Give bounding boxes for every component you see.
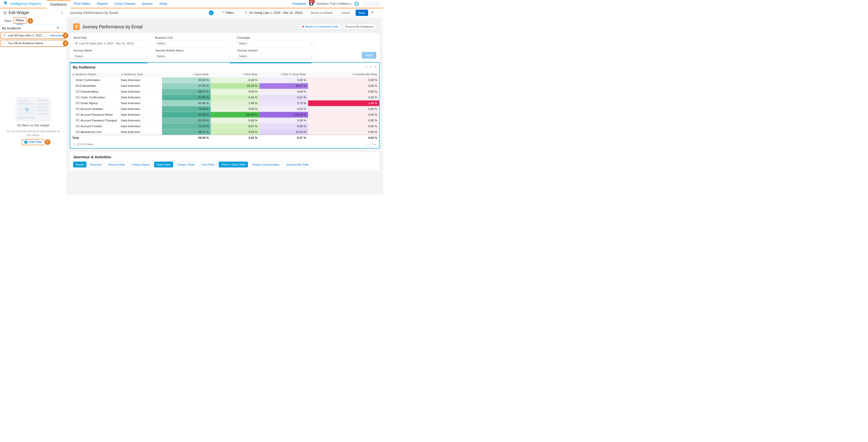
table-row[interactable]: CC Account Password ResetData Extension8… <box>70 112 379 118</box>
table-row[interactable]: CC Account CreatedData Extension73.33 %6… <box>70 123 379 129</box>
cancel-button[interactable]: Cancel <box>338 9 353 16</box>
user-menu-placeholder[interactable] <box>362 1 380 6</box>
table-row[interactable]: CC Abandoned CartData Extension66.67 %9.… <box>70 129 379 135</box>
tab-queries[interactable]: Queries <box>138 0 156 8</box>
apply-button[interactable]: Apply <box>362 52 376 58</box>
metric-pill[interactable]: Click to Open Rate <box>219 162 248 167</box>
table-row[interactable]: CC Order ConfirmationData Extension81.82… <box>70 95 379 100</box>
panel-title: Edit Widget <box>8 10 29 15</box>
table-row[interactable]: CC PasswordlessData Extension66.67 %0.00… <box>70 89 379 95</box>
tab-filters[interactable]: Filters <box>13 17 27 24</box>
table-row[interactable]: CC Account UpdatedData Extension75.00 %0… <box>70 106 379 112</box>
feedback-link[interactable]: Feedback <box>292 2 306 5</box>
db-icon: ▤ <box>72 73 74 76</box>
more-menu-icon[interactable]: ⋮ <box>377 11 379 15</box>
add-button[interactable]: + <box>209 10 214 15</box>
notifications-icon[interactable]: 99+ <box>309 1 314 7</box>
redo-icon[interactable]: ↷ <box>370 65 372 69</box>
top-nav: Intelligence Reports Dashboards Pivot Ta… <box>0 0 383 8</box>
user-avatar-icon[interactable] <box>354 1 359 6</box>
table-row[interactable]: CC Email SignupData Extension42.46 %2.46… <box>70 100 379 106</box>
undo-icon[interactable]: ↶ <box>365 65 368 69</box>
filters-button[interactable]: Filters <box>219 10 237 16</box>
chevron-down-icon: ⌄ <box>228 55 231 58</box>
select-campaign[interactable]: Select..⌄ <box>237 40 315 46</box>
callout-4: 4 <box>63 41 68 46</box>
metric-pill[interactable]: Click Rate <box>199 162 217 167</box>
select-journey-name[interactable]: Select..⌄ <box>73 53 151 59</box>
salesforce-logo-icon <box>2 1 8 6</box>
callout-2: 2 <box>45 139 51 145</box>
svg-point-7 <box>372 12 373 13</box>
label-journey-version: Journey Version <box>237 49 315 52</box>
db-icon: ▤ <box>121 73 123 76</box>
hash-icon: # <box>280 73 281 76</box>
metric-pill[interactable]: Sends <box>73 162 87 167</box>
tab-setup[interactable]: Setup <box>156 0 171 8</box>
edit-widget-panel: Edit Widget ✕ Data Filters 1 By Audience… <box>0 8 66 195</box>
chevron-down-icon: ⌄ <box>310 42 313 45</box>
main-toolbar: Journey Performance by Email + Filters 🗓… <box>66 8 383 17</box>
svg-rect-4 <box>5 12 6 12</box>
table-row[interactable]: ECS NewsletterData Extension47.59 %42.29… <box>70 83 379 89</box>
pagination-info: 1 - 12 of 12 items <box>73 143 93 146</box>
monitor-chip[interactable]: ✱Monitor in Command Center <box>299 24 341 29</box>
select-journey-activity[interactable]: Select..⌄ <box>155 53 232 59</box>
dashboard-header: Journey Performance by Email ✱Monitor in… <box>70 21 379 33</box>
hash-icon: # <box>352 73 353 76</box>
notification-badge: 99+ <box>309 0 315 3</box>
label-send-date: Send Date <box>73 36 151 39</box>
svg-rect-5 <box>5 13 6 14</box>
metric-pill[interactable]: Open Rate <box>154 162 173 167</box>
brand-title: Intelligence Reports <box>10 2 41 6</box>
org-switcher[interactable]: Northern Trail Outfitters▾ <box>317 2 351 6</box>
nav-tabs: Dashboards Pivot Tables Reports Cross-Ch… <box>47 0 171 8</box>
save-button[interactable]: Save <box>355 9 368 16</box>
section2-title: Journeys & Activities <box>73 155 376 159</box>
select-journey-version[interactable]: Select..⌄ <box>237 53 315 59</box>
tab-reports[interactable]: Reports <box>94 0 111 8</box>
filter-top-100[interactable]: ≡ Top 100 by Audience Name 4 <box>1 40 66 47</box>
more-icon[interactable]: ⋮ <box>61 26 64 30</box>
preview-icon[interactable] <box>371 11 374 14</box>
visibility-icon[interactable] <box>57 26 59 30</box>
empty-state-illustration <box>16 97 51 121</box>
tab-data[interactable]: Data <box>2 18 13 24</box>
tab-dashboards[interactable]: Dashboards <box>47 0 70 8</box>
chevron-down-icon: ⌄ <box>310 55 313 58</box>
revert-button[interactable]: Revert to Default <box>308 9 335 16</box>
date-range-picker[interactable]: 🗓 On Going (Jan 1, 2019 - Dec 31, 2022) <box>242 10 305 16</box>
metric-pill[interactable]: Bounce Rate <box>106 162 128 167</box>
table-row[interactable]: Order ConfirmationData Extension33.33 %0… <box>70 77 379 83</box>
metric-pill[interactable]: Unique Unsubscribes <box>249 162 282 167</box>
chevron-down-icon: ▾ <box>350 2 351 6</box>
hash-icon: # <box>242 73 243 76</box>
add-filter-button[interactable]: + Add Filter 2 <box>22 139 45 145</box>
label-business-unit: Business Unit <box>155 36 232 39</box>
plus-icon: + <box>24 140 27 144</box>
svg-point-2 <box>356 3 357 4</box>
table-row[interactable]: CC Account Password ChangedData Extensio… <box>70 118 379 123</box>
powered-by-chip[interactable]: Powered By Intelligence <box>343 24 376 29</box>
metric-pill[interactable]: Unique Clicks <box>175 162 197 167</box>
fit-columns-icon[interactable]: ↔ <box>366 142 371 147</box>
close-panel-icon[interactable]: ✕ <box>60 11 63 14</box>
expand-icon[interactable]: ⇥ <box>372 142 377 147</box>
metric-pill[interactable]: Bounces <box>88 162 104 167</box>
breadcrumb: Journey Performance by Email <box>70 11 118 15</box>
label-journey-activity: Journey Activity Name <box>155 49 232 52</box>
metric-pill[interactable]: Unique Opens <box>129 162 153 167</box>
callout-3: 3 <box>63 33 68 38</box>
tab-pivot-tables[interactable]: Pivot Tables <box>70 0 94 8</box>
input-send-date[interactable]: 🗓Last 30 Days (Dec 2, 2022 - Dec 31, 202… <box>73 40 151 46</box>
funnel-icon <box>221 11 224 14</box>
filter-icon[interactable] <box>374 65 377 69</box>
select-business-unit[interactable]: Select..⌄ <box>155 40 232 46</box>
filter-list-icon: ≡ <box>3 42 6 45</box>
filter-date-range[interactable]: 🗓 Last 30 Days (Dec 2, 2022 - … Interact… <box>1 32 66 39</box>
chevron-down-icon: ⌄ <box>146 55 149 58</box>
tab-cross-channel[interactable]: Cross-Channel <box>111 0 138 8</box>
metric-pill[interactable]: Unsubscribe Rate <box>283 162 311 167</box>
sort-down-icon[interactable]: ↓ <box>97 72 98 76</box>
by-audience-widget: By Audience ↶ ↷ ▤Audience Name ↓ ▤Audien… <box>70 62 379 149</box>
